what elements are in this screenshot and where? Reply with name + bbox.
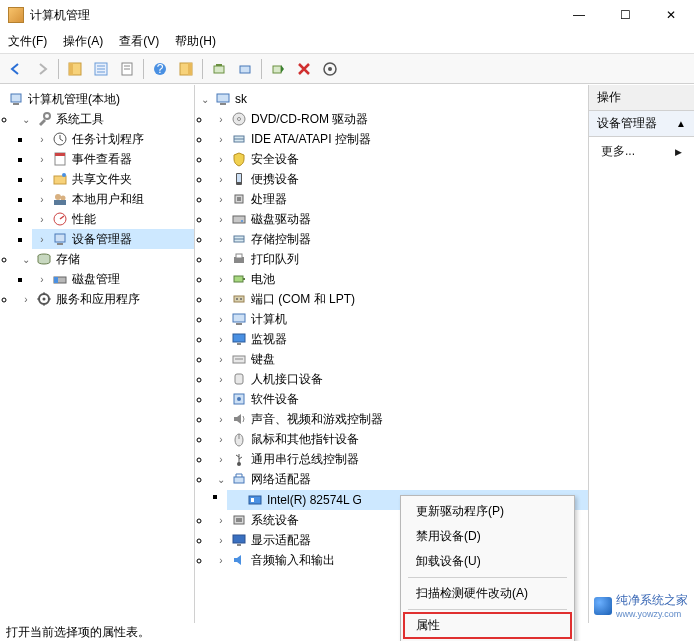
close-button[interactable]: ✕ <box>648 0 694 30</box>
context-menu-item[interactable]: 扫描检测硬件改动(A) <box>404 581 571 606</box>
expand-toggle[interactable]: › <box>215 334 227 345</box>
expand-toggle[interactable]: › <box>36 154 48 165</box>
expand-toggle[interactable]: › <box>215 214 227 225</box>
menu-action[interactable]: 操作(A) <box>63 33 103 50</box>
tree-item[interactable]: ›本地用户和组 <box>32 189 194 209</box>
device-category[interactable]: ›鼠标和其他指针设备 <box>211 429 588 449</box>
tree-item[interactable]: ›磁盘管理 <box>32 269 194 289</box>
device-category[interactable]: ›监视器 <box>211 329 588 349</box>
menu-file[interactable]: 文件(F) <box>8 33 47 50</box>
device-category[interactable]: ›计算机 <box>211 309 588 329</box>
expand-toggle[interactable]: › <box>215 454 227 465</box>
menu-help[interactable]: 帮助(H) <box>175 33 216 50</box>
device-category[interactable]: ›端口 (COM 和 LPT) <box>211 289 588 309</box>
expand-toggle[interactable]: › <box>215 414 227 425</box>
properties-button[interactable] <box>89 57 113 81</box>
expand-toggle[interactable]: › <box>215 354 227 365</box>
expand-toggle[interactable]: › <box>215 555 227 566</box>
tree-node[interactable]: ⌄存储 <box>16 249 194 269</box>
context-menu[interactable]: 更新驱动程序(P)禁用设备(D)卸载设备(U)扫描检测硬件改动(A)属性 <box>400 495 575 641</box>
tree-item[interactable]: ›性能 <box>32 209 194 229</box>
device-category[interactable]: ›DVD/CD-ROM 驱动器 <box>211 109 588 129</box>
expand-toggle[interactable]: ⌄ <box>20 114 32 125</box>
expand-toggle[interactable]: › <box>215 114 227 125</box>
expand-toggle[interactable]: › <box>215 254 227 265</box>
expand-toggle[interactable]: ⌄ <box>199 94 211 105</box>
action-pane-button[interactable] <box>174 57 198 81</box>
expand-toggle[interactable]: › <box>36 214 48 225</box>
expand-toggle[interactable]: › <box>215 515 227 526</box>
context-menu-item[interactable]: 属性 <box>404 613 571 638</box>
expand-toggle[interactable]: › <box>36 134 48 145</box>
expand-toggle[interactable]: › <box>36 234 48 245</box>
expand-toggle[interactable]: › <box>215 234 227 245</box>
expand-toggle[interactable]: › <box>215 374 227 385</box>
context-menu-item[interactable]: 禁用设备(D) <box>404 524 571 549</box>
device-category[interactable]: ›软件设备 <box>211 389 588 409</box>
more-actions[interactable]: 更多... ▶ <box>589 137 694 166</box>
expand-toggle[interactable]: › <box>36 194 48 205</box>
svg-point-41 <box>238 118 241 121</box>
show-hide-tree-button[interactable] <box>63 57 87 81</box>
context-menu-item[interactable]: 更新驱动程序(P) <box>404 499 571 524</box>
device-category[interactable]: ›IDE ATA/ATAPI 控制器 <box>211 129 588 149</box>
device-category[interactable]: ›声音、视频和游戏控制器 <box>211 409 588 429</box>
scan-hardware-button[interactable] <box>207 57 231 81</box>
device-category[interactable]: ›人机接口设备 <box>211 369 588 389</box>
expand-toggle[interactable]: ⌄ <box>20 254 32 265</box>
expand-toggle[interactable]: › <box>215 194 227 205</box>
tree-root[interactable]: 计算机管理(本地) <box>0 89 194 109</box>
tree-item[interactable]: ›事件查看器 <box>32 149 194 169</box>
device-category[interactable]: ⌄网络适配器 <box>211 469 588 489</box>
folder-icon <box>36 291 52 307</box>
tree-item[interactable]: ›任务计划程序 <box>32 129 194 149</box>
expand-toggle[interactable]: › <box>20 294 32 305</box>
device-category[interactable]: ›打印队列 <box>211 249 588 269</box>
device-properties-button[interactable] <box>318 57 342 81</box>
item-icon <box>52 171 68 187</box>
device-category[interactable]: ›磁盘驱动器 <box>211 209 588 229</box>
tree-node[interactable]: ›服务和应用程序 <box>16 289 194 309</box>
expand-toggle[interactable]: › <box>215 174 227 185</box>
sys-icon <box>231 512 247 528</box>
expand-toggle[interactable]: › <box>215 134 227 145</box>
device-category[interactable]: ›存储控制器 <box>211 229 588 249</box>
back-button[interactable] <box>4 57 28 81</box>
update-driver-button[interactable] <box>233 57 257 81</box>
device-category[interactable]: ›处理器 <box>211 189 588 209</box>
device-category[interactable]: ›便携设备 <box>211 169 588 189</box>
expand-toggle[interactable]: › <box>215 434 227 445</box>
device-category[interactable]: ›通用串行总线控制器 <box>211 449 588 469</box>
export-button[interactable] <box>115 57 139 81</box>
tree-item[interactable]: ›设备管理器 <box>32 229 194 249</box>
expand-toggle[interactable]: › <box>215 314 227 325</box>
menu-separator <box>408 577 567 578</box>
expand-toggle[interactable]: › <box>215 274 227 285</box>
svg-rect-56 <box>234 296 244 302</box>
uninstall-device-button[interactable] <box>292 57 316 81</box>
actions-section[interactable]: 设备管理器 ▲ <box>589 111 694 137</box>
console-tree[interactable]: 计算机管理(本地)⌄系统工具›任务计划程序›事件查看器›共享文件夹›本地用户和组… <box>0 89 194 309</box>
enable-device-button[interactable] <box>266 57 290 81</box>
tree-node[interactable]: ⌄系统工具 <box>16 109 194 129</box>
maximize-button[interactable]: ☐ <box>602 0 648 30</box>
device-category[interactable]: ›安全设备 <box>211 149 588 169</box>
help-button[interactable]: ? <box>148 57 172 81</box>
tree-item[interactable]: ›共享文件夹 <box>32 169 194 189</box>
folder-icon <box>36 251 52 267</box>
expand-toggle[interactable]: › <box>215 535 227 546</box>
expand-toggle[interactable]: › <box>215 154 227 165</box>
minimize-button[interactable]: — <box>556 0 602 30</box>
device-category[interactable]: ›键盘 <box>211 349 588 369</box>
expand-toggle[interactable]: › <box>36 274 48 285</box>
menu-view[interactable]: 查看(V) <box>119 33 159 50</box>
device-category[interactable]: ›电池 <box>211 269 588 289</box>
expand-toggle[interactable]: › <box>36 174 48 185</box>
forward-button[interactable] <box>30 57 54 81</box>
svg-rect-19 <box>11 94 21 102</box>
device-root[interactable]: ⌄sk <box>195 89 588 109</box>
expand-toggle[interactable]: › <box>215 394 227 405</box>
expand-toggle[interactable]: › <box>215 294 227 305</box>
context-menu-item[interactable]: 卸载设备(U) <box>404 549 571 574</box>
expand-toggle[interactable]: ⌄ <box>215 474 227 485</box>
